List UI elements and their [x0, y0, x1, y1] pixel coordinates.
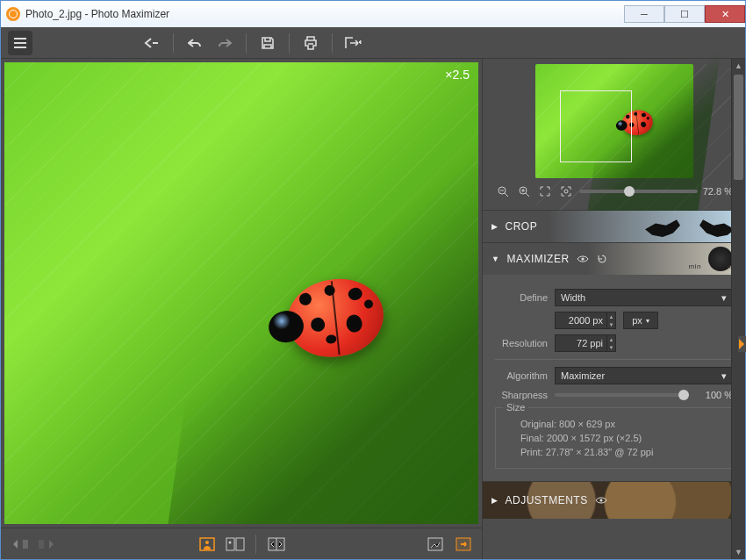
resolution-input[interactable]: 72 ppi	[555, 334, 607, 352]
redo-button[interactable]	[212, 31, 237, 55]
menu-button[interactable]	[8, 31, 32, 55]
svg-point-12	[599, 499, 602, 501]
next-image-button[interactable]	[36, 534, 59, 555]
maximize-button[interactable]: ☐	[664, 5, 705, 23]
minimize-button[interactable]: ─	[624, 5, 664, 23]
define-select[interactable]: Width▾	[555, 289, 733, 306]
separator	[173, 33, 174, 53]
scroll-thumb[interactable]	[734, 75, 743, 180]
visibility-icon[interactable]	[577, 253, 589, 265]
svg-rect-2	[226, 538, 234, 550]
view-split-button[interactable]	[265, 534, 288, 555]
photo-preview	[4, 62, 478, 524]
chevron-right-icon: ▶	[491, 496, 499, 505]
chevron-right-icon: ▶	[491, 222, 499, 231]
algorithm-select[interactable]: Maximizer▾	[555, 367, 733, 384]
zoom-slider[interactable]	[579, 190, 698, 193]
maximizer-label: MAXIMIZER	[506, 253, 569, 265]
separator	[332, 33, 333, 53]
define-label: Define	[495, 292, 548, 303]
final-size: Final: 2000 × 1572 px (×2.5)	[520, 433, 723, 443]
scroll-down-button[interactable]: ▼	[732, 545, 745, 559]
separator	[246, 33, 247, 53]
app-window: Photo_2.jpg - Photo Maximizer ─ ☐ ✕	[0, 0, 746, 560]
separator	[289, 33, 290, 53]
separator	[255, 535, 256, 554]
sharpness-label: Sharpness	[495, 390, 548, 400]
unit-select[interactable]: px▾	[623, 312, 658, 329]
bottom-toolbar	[1, 528, 482, 559]
svg-point-4	[228, 541, 231, 543]
adjustments-label: ADJUSTMENTS	[506, 494, 588, 506]
image-canvas[interactable]: ×2.5	[4, 62, 478, 524]
crop-decoration	[642, 212, 738, 241]
side-panel: 72.8 % ▶ CROP ▼ MAXIMIZER	[482, 59, 745, 559]
titlebar[interactable]: Photo_2.jpg - Photo Maximizer ─ ☐ ✕	[1, 1, 745, 27]
svg-point-11	[581, 257, 584, 260]
actual-pixels-button[interactable]	[452, 534, 475, 555]
collapse-panel-button[interactable]	[738, 336, 746, 352]
window-title: Photo_2.jpg - Photo Maximizer	[25, 8, 169, 20]
undo-button[interactable]	[183, 31, 207, 55]
knob-min-label: min	[689, 262, 701, 270]
chevron-down-icon: ▼	[491, 255, 499, 263]
reset-icon[interactable]	[596, 253, 608, 265]
sharpness-slider[interactable]	[555, 393, 689, 397]
zoom-indicator: ×2.5	[445, 68, 470, 82]
svg-point-1	[205, 541, 209, 544]
adjustments-section-header[interactable]: ▶ ADJUSTMENTS	[483, 482, 745, 519]
navigator[interactable]	[535, 64, 693, 178]
app-icon	[6, 7, 20, 21]
print-button[interactable]	[298, 31, 323, 55]
fit-screen-button[interactable]	[424, 534, 447, 555]
svg-rect-6	[428, 538, 442, 550]
print-size: Print: 27.78" × 21.83" @ 72 ppi	[520, 447, 723, 457]
size-input[interactable]: 2000 px	[555, 312, 607, 329]
svg-rect-3	[236, 538, 244, 550]
view-before-after-button[interactable]	[224, 534, 247, 555]
size-spinner[interactable]: ▲▼	[607, 312, 616, 329]
zoom-in-button[interactable]	[516, 183, 532, 199]
maximizer-section-header[interactable]: ▼ MAXIMIZER min max	[483, 243, 745, 275]
crop-label: CROP	[506, 220, 538, 233]
close-button[interactable]: ✕	[705, 5, 745, 23]
view-single-button[interactable]	[196, 534, 219, 555]
resolution-spinner[interactable]: ▲▼	[607, 334, 616, 352]
resolution-label: Resolution	[495, 338, 548, 348]
scroll-up-button[interactable]: ▲	[732, 59, 745, 73]
panel-scrollbar[interactable]: ▲ ▼	[731, 59, 745, 559]
save-button[interactable]	[255, 31, 280, 55]
navigator-viewport[interactable]	[560, 90, 632, 162]
zoom-out-button[interactable]	[495, 183, 511, 199]
export-button[interactable]	[341, 31, 366, 55]
size-info: Size Original: 800 × 629 px Final: 2000 …	[495, 407, 733, 469]
undo-all-button[interactable]	[140, 31, 164, 55]
algorithm-label: Algorithm	[495, 370, 548, 381]
visibility-icon[interactable]	[595, 494, 607, 506]
crop-section-header[interactable]: ▶ CROP	[483, 211, 745, 242]
sharpness-value: 100 %	[696, 390, 733, 400]
prev-image-button[interactable]	[8, 534, 31, 555]
maximizer-body: Define Width▾ 2000 px ▲▼ px▾	[483, 275, 745, 481]
size-title: Size	[503, 402, 528, 413]
original-size: Original: 800 × 629 px	[520, 419, 723, 429]
